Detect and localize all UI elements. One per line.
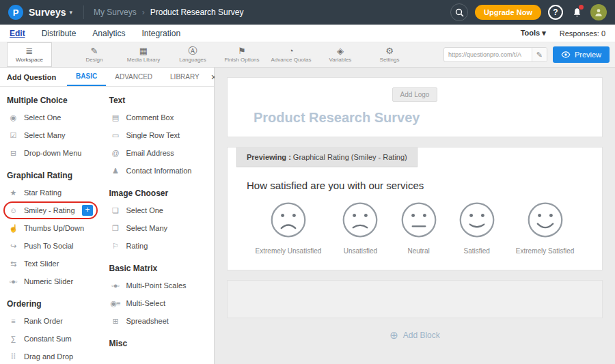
menu-bar: Edit Distribute Analytics Integration To…: [0, 25, 615, 42]
qtype-push-to-social[interactable]: ↪ Push To Social: [5, 237, 108, 255]
gear-icon: ⚙: [385, 46, 394, 56]
qtype-label: Drop-down Menu: [24, 149, 81, 157]
empty-survey-block: [227, 280, 603, 318]
qtype-label: Comment Box: [126, 113, 174, 122]
tools-menu[interactable]: Tools ▾: [521, 29, 546, 38]
qtype-label: Select One: [126, 206, 163, 214]
smiley-option-very-sad[interactable]: Extremely Unsatisfied: [256, 201, 322, 255]
toolbar-design[interactable]: ✎ Design: [70, 42, 119, 67]
toolbar-languages[interactable]: Ⓐ Languages: [168, 42, 217, 67]
qtype-single-row-text[interactable]: ▭ Single Row Text: [108, 126, 210, 144]
upgrade-now-button[interactable]: Upgrade Now: [475, 5, 541, 20]
tab-distribute[interactable]: Distribute: [42, 29, 77, 38]
add-smiley-question-button[interactable]: +: [82, 205, 93, 216]
breadcrumb-current: Product Research Survey: [150, 8, 244, 17]
qtype-label: Constant Sum: [24, 335, 72, 343]
smiley-option-label: Neutral: [407, 247, 429, 255]
smiley-option-label: Extremely Satisfied: [516, 247, 575, 255]
qtype-text-slider[interactable]: ⇆ Text Slider: [5, 255, 108, 272]
smiley-option-label: Satisfied: [464, 247, 490, 255]
qtype-label: Multi-Select: [126, 299, 165, 307]
body-row: Add Question BASIC ADVANCED LIBRARY × Mu…: [0, 68, 615, 364]
advance-quotas-icon: ◔: [288, 46, 294, 56]
smiley-option-sad[interactable]: Unsatisfied: [341, 201, 379, 255]
toolbar-finish-options[interactable]: ⚑ Finish Options: [217, 42, 266, 67]
toolbar-settings[interactable]: ⚙ Settings: [365, 42, 414, 67]
toolbar-label: Media Library: [127, 57, 160, 63]
questionpro-logo[interactable]: P: [8, 5, 23, 20]
qtype-label: Drag and Drop: [24, 352, 73, 361]
toolbar: ≣ Workspace ✎ Design ▦ Media Library Ⓐ L…: [0, 42, 615, 68]
sidebar-columns: Multiple Choice ◉ Select One ☑ Select Ma…: [0, 87, 214, 364]
preview-button[interactable]: Preview: [553, 46, 610, 63]
qtype-select-many[interactable]: ☑ Select Many: [5, 126, 108, 144]
product-menu[interactable]: Surveys: [29, 7, 66, 18]
toolbar-label: Languages: [179, 57, 206, 63]
radio-icon: ◉: [7, 113, 19, 122]
add-block-button[interactable]: ⊕ Add Block: [227, 329, 603, 341]
qtype-multi-select[interactable]: ◉≡ Multi-Select: [108, 294, 210, 312]
toolbar-workspace[interactable]: ≣ Workspace: [7, 42, 52, 67]
sad-face-icon: [341, 201, 379, 239]
qtype-drag-and-drop[interactable]: ⠿ Drag and Drop: [5, 348, 108, 364]
section-image-chooser: Image Chooser: [109, 188, 210, 198]
tab-basic[interactable]: BASIC: [67, 68, 106, 86]
smiley-option-very-happy[interactable]: Extremely Satisfied: [516, 201, 575, 255]
languages-icon: Ⓐ: [189, 46, 197, 56]
avatar[interactable]: [590, 4, 607, 20]
sidebar-tabs: Add Question BASIC ADVANCED LIBRARY ×: [0, 68, 214, 87]
survey-url-input[interactable]: [444, 51, 532, 58]
chevron-down-icon: ▾: [542, 29, 546, 37]
qtype-image-select-many[interactable]: ❐ Select Many: [108, 219, 210, 237]
question-text[interactable]: How satisfied are you with our services: [247, 180, 602, 191]
qtype-image-rating[interactable]: ⚐ Rating: [108, 237, 210, 255]
search-button[interactable]: [450, 3, 468, 21]
survey-url-field: ✎: [443, 47, 547, 62]
menubar-right: Tools ▾ Responses: 0: [521, 29, 605, 38]
navbar-right: Upgrade Now ?: [450, 3, 607, 21]
tab-analytics[interactable]: Analytics: [92, 29, 125, 38]
qtype-select-one[interactable]: ◉ Select One: [5, 109, 108, 126]
qtype-thumbs-up-down[interactable]: ☝ Thumbs Up/Down: [5, 219, 108, 237]
qtype-spreadsheet[interactable]: ⊞ Spreadsheet: [108, 312, 210, 330]
qtype-numeric-slider[interactable]: ◦●◦ Numeric Slider: [5, 272, 108, 290]
qtype-email-address[interactable]: @ Email Address: [108, 144, 210, 162]
qtype-constant-sum[interactable]: ∑ Constant Sum: [5, 330, 108, 348]
qtype-label: Single Row Text: [126, 131, 180, 139]
flag-icon: ⚐: [109, 242, 122, 251]
notifications-button[interactable]: [570, 5, 584, 19]
qtype-smiley-rating[interactable]: ☺ Smiley - Rating +: [3, 201, 98, 219]
edit-url-button[interactable]: ✎: [532, 47, 547, 62]
qtype-contact-information[interactable]: ♟ Contact Information: [108, 162, 210, 180]
toolbar-variables[interactable]: ◈ Variables: [316, 42, 365, 67]
toolbar-media-library[interactable]: ▦ Media Library: [119, 42, 168, 67]
smiley-option-neutral[interactable]: Neutral: [400, 201, 438, 255]
add-question-title: Add Question: [7, 73, 56, 81]
qtype-dropdown-menu[interactable]: ⊟ Drop-down Menu: [5, 144, 108, 162]
smiley-option-label: Extremely Unsatisfied: [256, 247, 322, 255]
toolbar-advance-quotas[interactable]: ◔ Advance Quotas: [266, 42, 316, 67]
add-logo-button[interactable]: Add Logo: [392, 87, 438, 102]
qtype-multi-point-scales[interactable]: ◦●◦ Multi-Point Scales: [108, 277, 210, 294]
tab-integration[interactable]: Integration: [141, 29, 180, 38]
smiley-option-happy[interactable]: Satisfied: [458, 201, 496, 255]
slider-icon: ⇆: [7, 260, 19, 268]
qtype-label: Numeric Slider: [24, 277, 73, 285]
tab-library[interactable]: LIBRARY: [161, 68, 208, 86]
breadcrumb-parent[interactable]: My Surveys: [94, 8, 137, 17]
toolbar-label: Advance Quotas: [271, 57, 311, 63]
tab-edit[interactable]: Edit: [10, 29, 25, 38]
tab-advanced[interactable]: ADVANCED: [106, 68, 161, 86]
help-button[interactable]: ?: [548, 5, 563, 20]
qtype-image-select-one[interactable]: ❏ Select One: [108, 201, 210, 219]
workspace-icon: ≣: [26, 46, 33, 56]
qtype-rank-order[interactable]: ≡ Rank Order: [5, 312, 108, 330]
qtype-label: Rating: [126, 242, 148, 250]
chevron-down-icon: ▾: [69, 9, 72, 16]
previewing-label: Previewing :: [247, 153, 291, 161]
multi-point-icon: ◦●◦: [109, 281, 122, 290]
qtype-star-rating[interactable]: ★ Star Rating: [5, 184, 108, 201]
qtype-comment-box[interactable]: ▤ Comment Box: [108, 109, 210, 126]
survey-title[interactable]: Product Research Survey: [254, 110, 602, 126]
smiley-icon: ☺: [7, 206, 19, 214]
